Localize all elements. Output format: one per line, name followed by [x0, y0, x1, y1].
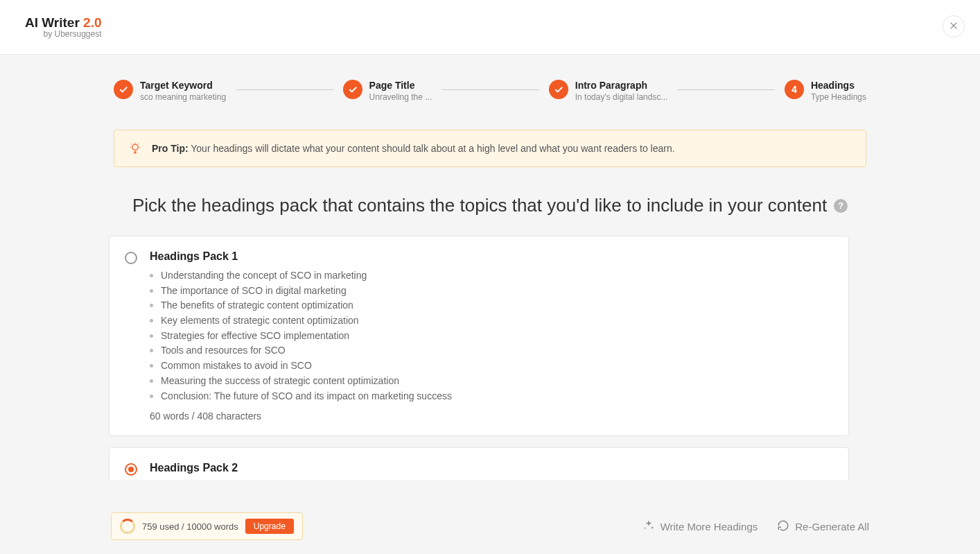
step-number-icon: 4	[785, 80, 804, 99]
upgrade-button[interactable]: Upgrade	[245, 519, 294, 534]
step-title: Intro Paragraph	[575, 80, 668, 91]
step-connector	[677, 89, 774, 90]
sparkle-icon	[642, 519, 655, 534]
pack-meta: 60 words / 408 characters	[150, 410, 833, 422]
step-connector	[236, 89, 333, 90]
radio-button[interactable]	[125, 463, 137, 476]
radio-button[interactable]	[125, 252, 137, 264]
section-title: Pick the headings pack that contains the…	[114, 195, 866, 216]
usage-ring-icon	[120, 519, 135, 534]
protip-banner: Pro Tip: Your headings will dictate what…	[114, 130, 866, 167]
step-connector	[441, 89, 539, 90]
check-icon	[549, 80, 568, 99]
lightbulb-icon	[128, 141, 142, 155]
logo-subtitle: by Ubersuggest	[25, 29, 102, 39]
step-4[interactable]: 4HeadingsType Headings	[785, 80, 866, 102]
actions: Write More Headings Re-Generate All	[642, 519, 869, 534]
step-subtitle: Type Headings	[811, 92, 866, 102]
list-item: Measuring the success of strategic conte…	[150, 374, 833, 389]
write-more-headings-button[interactable]: Write More Headings	[642, 519, 758, 534]
step-3[interactable]: Intro ParagraphIn today's digital landsc…	[549, 80, 668, 102]
usage-box: 759 used / 10000 words Upgrade	[111, 512, 303, 540]
pack-title: Headings Pack 2	[150, 462, 833, 474]
check-icon	[114, 80, 133, 99]
list-item: Strategies for effective SCO implementat…	[150, 329, 833, 344]
step-1[interactable]: Target Keywordsco meaning marketing	[114, 80, 226, 102]
close-button[interactable]	[943, 15, 965, 37]
check-icon	[343, 80, 362, 99]
stepper: Target Keywordsco meaning marketingPage …	[114, 80, 866, 102]
svg-point-0	[132, 144, 138, 150]
logo-title: AI Writer 2.0	[25, 15, 102, 31]
list-item: The benefits of strategic content optimi…	[150, 298, 833, 313]
help-icon[interactable]: ?	[834, 199, 848, 213]
regenerate-all-button[interactable]: Re-Generate All	[777, 519, 869, 534]
list-item: Tools and resources for SCO	[150, 343, 833, 358]
refresh-icon	[777, 519, 789, 534]
step-title: Page Title	[369, 80, 432, 91]
pack-items: Understanding the concept of SCO in mark…	[150, 268, 833, 404]
list-item: Common mistakes to avoid in SCO	[150, 358, 833, 374]
step-title: Target Keyword	[140, 80, 226, 91]
step-subtitle: sco meaning marketing	[140, 92, 226, 102]
header: AI Writer 2.0 by Ubersuggest	[0, 0, 980, 55]
list-item: Key elements of strategic content optimi…	[150, 313, 833, 329]
packs-list[interactable]: Headings Pack 1Understanding the concept…	[109, 236, 871, 480]
logo: AI Writer 2.0 by Ubersuggest	[25, 15, 102, 39]
protip-text: Pro Tip: Your headings will dictate what…	[152, 143, 675, 154]
step-title: Headings	[811, 80, 866, 91]
headings-pack[interactable]: Headings Pack 2Understanding the SCO mea…	[109, 447, 849, 480]
step-2[interactable]: Page TitleUnraveling the ...	[343, 80, 432, 102]
step-subtitle: Unraveling the ...	[369, 92, 432, 102]
list-item: Conclusion: The future of SCO and its im…	[150, 389, 833, 404]
headings-pack[interactable]: Headings Pack 1Understanding the concept…	[109, 236, 849, 436]
list-item: Understanding the concept of SCO in mark…	[150, 268, 833, 284]
close-icon	[949, 21, 959, 33]
usage-text: 759 used / 10000 words	[142, 521, 238, 532]
pack-title: Headings Pack 1	[150, 250, 833, 263]
list-item: The importance of SCO in digital marketi…	[150, 284, 833, 299]
bottom-bar: 759 used / 10000 words Upgrade Write Mor…	[0, 500, 980, 554]
step-subtitle: In today's digital landsc...	[575, 92, 668, 102]
